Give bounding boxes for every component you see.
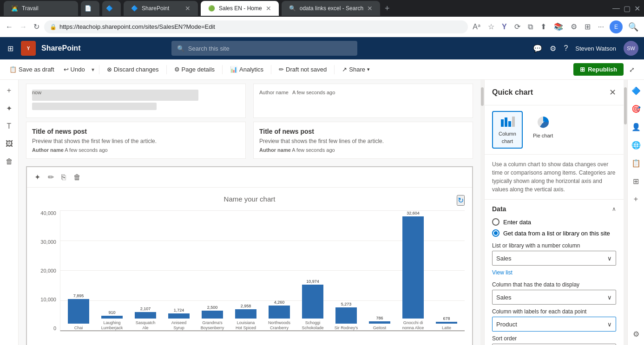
bar-rect-7[interactable]	[302, 285, 323, 319]
minimize-button[interactable]: —	[612, 4, 620, 13]
draft-not-saved-button[interactable]: ✏ Draft not saved	[275, 64, 330, 75]
bar-label-10: Gnocchi di nonna Alice	[401, 320, 426, 331]
svg-rect-3	[512, 117, 515, 127]
save-as-draft-button[interactable]: 📋 Save as draft	[6, 64, 58, 75]
scrollbar-thumb[interactable]	[481, 87, 484, 106]
chart-delete-button[interactable]: 🗑	[72, 171, 83, 183]
browser-tab-travail[interactable]: 🧑‍💻 Travail	[4, 1, 78, 16]
chart-copy-button[interactable]: ⎘	[59, 171, 68, 183]
sidebar-icon-add[interactable]: +	[4, 84, 14, 98]
sharepoint-search[interactable]: 🔍 Search this site	[171, 41, 357, 56]
favorites-button[interactable]: ☆	[486, 20, 496, 33]
bar-value-3: 1,724	[174, 308, 184, 312]
tab-close-odata[interactable]: ✕	[367, 5, 373, 12]
bar-label-6: Northwoods Cranberry	[267, 320, 292, 331]
analytics-button[interactable]: 📊 Analytics	[226, 64, 267, 75]
browser-tab-2[interactable]: 📄	[81, 1, 99, 16]
sidebar-icon-delete[interactable]: 🗑	[3, 155, 16, 169]
close-button[interactable]: ✕	[634, 4, 640, 13]
bar-value-11: 678	[443, 316, 450, 321]
refresh-button[interactable]: ↻	[32, 20, 41, 33]
browser-search-button[interactable]: 🔍	[626, 20, 640, 34]
labels-column-select[interactable]: Product ∨	[492, 317, 616, 332]
bar-rect-4[interactable]	[202, 311, 223, 319]
edge-icon-1[interactable]: 🔷	[629, 84, 644, 98]
edge-icon-5[interactable]: 📋	[629, 156, 644, 170]
panel-close-button[interactable]: ✕	[609, 87, 616, 98]
browser-action-grid[interactable]: ⊞	[583, 20, 592, 33]
page-details-button[interactable]: ⚙ Page details	[171, 64, 219, 75]
discard-changes-button[interactable]: ⊗ Discard changes	[103, 64, 163, 75]
panel-scrollbar[interactable]	[624, 80, 627, 345]
bar-group-6: 4,260Northwoods Cranberry	[263, 210, 296, 331]
tab-close-sharepoint[interactable]: ✕	[185, 5, 191, 12]
help-icon[interactable]: ?	[564, 44, 568, 52]
browser-tab-odata[interactable]: 🔍 odata links excel - Search ✕	[282, 1, 380, 16]
bar-rect-0[interactable]	[68, 299, 89, 324]
browser-action-more[interactable]: ···	[596, 21, 606, 33]
new-tab-button[interactable]: +	[385, 4, 390, 13]
browser-action-refresh2[interactable]: ⟳	[513, 20, 522, 33]
browser-action-tab[interactable]: ⧉	[526, 21, 535, 33]
browser-action-y[interactable]: Y	[500, 21, 509, 33]
content-scrollbar[interactable]	[480, 80, 484, 345]
user-avatar[interactable]: SW	[624, 41, 638, 56]
enter-data-radio-circle[interactable]	[492, 218, 499, 226]
bar-rect-6[interactable]	[269, 306, 290, 319]
sidebar-icon-text[interactable]: T	[4, 119, 14, 133]
news-top-row: now Author name A few seconds ago	[19, 80, 480, 118]
browser-tab-3[interactable]: 🔷	[102, 1, 121, 16]
edge-icon-2[interactable]: 🎯	[629, 102, 644, 116]
edge-icon-3[interactable]: 👤	[629, 120, 644, 134]
edge-settings-icon[interactable]: ⚙	[630, 327, 642, 341]
tab-close-sales[interactable]: ✕	[266, 5, 271, 12]
bar-rect-2[interactable]	[135, 312, 156, 319]
chart-title[interactable]: Name your chart	[34, 195, 465, 203]
undo-button[interactable]: ↩ Undo	[60, 64, 89, 75]
column-chart-button[interactable]: Column chart	[492, 111, 523, 149]
bar-rect-10[interactable]	[402, 216, 424, 319]
edge-icon-7[interactable]: +	[631, 192, 641, 206]
back-button[interactable]: ←	[4, 21, 15, 33]
notifications-icon[interactable]: 💬	[533, 44, 542, 53]
browser-action-bookmark[interactable]: ⬆	[539, 20, 548, 33]
share-button[interactable]: ↗ Share ▾	[338, 64, 374, 75]
chart-edit-button[interactable]: ✏	[46, 171, 56, 183]
browser-tab-sales-en[interactable]: 🟢 Sales EN - Home ✕	[201, 1, 279, 16]
edge-icon-6[interactable]: ⊞	[630, 174, 642, 189]
republish-button[interactable]: ⊞ Republish	[573, 63, 624, 76]
sidebar-icon-move[interactable]: ✦	[3, 101, 15, 116]
bar-rect-11[interactable]	[436, 322, 457, 324]
enter-data-radio[interactable]: Enter data	[492, 218, 616, 226]
collapse-button[interactable]: ⤢	[625, 64, 638, 75]
view-list-link[interactable]: View list	[492, 269, 616, 276]
data-section-collapse[interactable]: ∧	[612, 206, 616, 212]
settings-icon[interactable]: ⚙	[550, 44, 556, 53]
bar-rect-9[interactable]	[369, 321, 390, 324]
waffle-menu-button[interactable]: ⊞	[6, 42, 15, 55]
panel-scrollbar-thumb[interactable]	[624, 87, 627, 124]
list-library-select[interactable]: Sales ∨	[492, 251, 616, 266]
address-bar[interactable]: 🔒 https://teachoip.sharepoint.com/sites/…	[44, 20, 468, 33]
bar-rect-8[interactable]	[335, 307, 357, 324]
browser-action-collections[interactable]: 📚	[552, 20, 565, 33]
get-data-radio-circle[interactable]	[492, 229, 499, 237]
browser-tab-sharepoint[interactable]: 🔷 SharePoint ✕	[124, 1, 198, 16]
sidebar-icon-image[interactable]: 🖼	[3, 137, 16, 151]
browser-action-settings[interactable]: ⚙	[569, 20, 579, 33]
edge-icon-4[interactable]: 🌐	[629, 138, 644, 152]
bar-label-0: Chai	[74, 325, 83, 331]
right-edge-sidebar: 🔷 🎯 👤 🌐 📋 ⊞ + ⚙	[627, 80, 644, 345]
extensions-button[interactable]: Aᵃ	[471, 20, 482, 33]
pie-chart-button[interactable]: ↙ Pie chart	[526, 111, 559, 149]
get-data-radio[interactable]: Get data from a list or library on this …	[492, 229, 616, 237]
bar-rect-3[interactable]	[168, 313, 190, 319]
data-column-select[interactable]: Sales ∨	[492, 290, 616, 305]
forward-button[interactable]: →	[18, 21, 29, 33]
chart-move-button[interactable]: ✦	[33, 171, 42, 183]
chart-refresh-button[interactable]: ↻	[457, 195, 465, 206]
bar-rect-5[interactable]	[235, 309, 256, 319]
edge-profile-button[interactable]: E	[610, 20, 623, 33]
restore-button[interactable]: ▢	[624, 4, 631, 13]
bar-rect-1[interactable]	[101, 316, 123, 319]
